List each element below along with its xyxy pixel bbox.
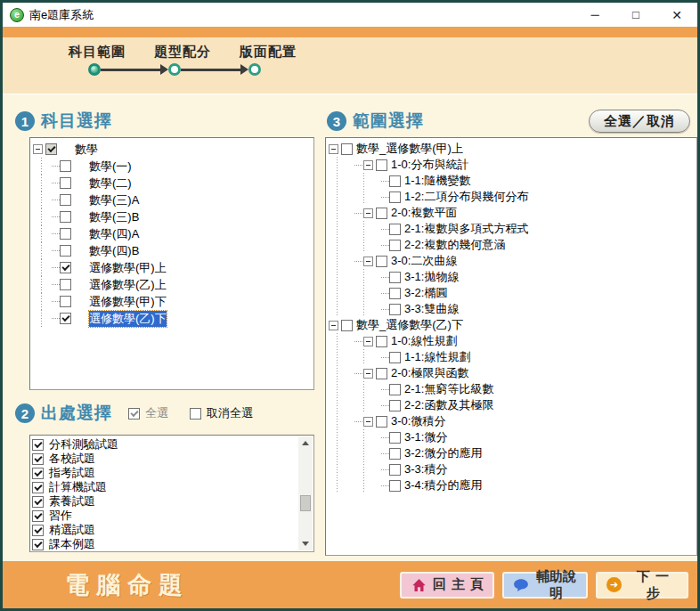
list-item[interactable]: 指考試題	[32, 466, 313, 480]
list-item-label[interactable]: 課本例題	[49, 536, 95, 552]
tree-checkbox[interactable]	[60, 296, 71, 307]
next-step-button[interactable]: ➜ 下一步	[596, 572, 688, 599]
tree-label[interactable]: 選修數學(乙)上	[89, 277, 167, 293]
tree-label[interactable]: 選修數學(甲)上	[89, 260, 167, 276]
select-all-toggle-button[interactable]: 全選／取消	[589, 110, 690, 133]
tree-label[interactable]: 3-3:積分	[404, 461, 447, 477]
tree-checkbox[interactable]	[389, 464, 401, 476]
list-item[interactable]: 素養試題	[32, 494, 313, 509]
tree-label[interactable]: 3-3:雙曲線	[404, 301, 459, 317]
tree-checkbox[interactable]	[32, 496, 44, 508]
tree-row[interactable]: 數學	[32, 141, 312, 158]
tree-row[interactable]: 選修數學(乙)上	[32, 276, 312, 293]
tree-row[interactable]: 1-0:線性規劃	[328, 333, 695, 349]
tree-checkbox[interactable]	[32, 525, 44, 536]
tree-row[interactable]: 數學_選修數學(甲)上	[328, 141, 695, 157]
tree-label[interactable]: 3-2:橢圓	[404, 285, 447, 301]
collapse-icon[interactable]	[33, 144, 43, 154]
collapse-icon[interactable]	[329, 144, 338, 154]
tree-row[interactable]: 1-0:分布與統計	[328, 157, 695, 173]
scrollbar-thumb[interactable]	[300, 495, 311, 511]
tree-checkbox[interactable]	[389, 448, 401, 460]
tree-checkbox[interactable]	[60, 211, 71, 223]
tree-label[interactable]: 選修數學(甲)下	[89, 294, 167, 310]
tree-checkbox[interactable]	[45, 143, 57, 155]
tree-row[interactable]: 2-1:複數與多項式方程式	[328, 221, 695, 237]
tree-checkbox[interactable]	[60, 279, 71, 290]
tree-row[interactable]: 2-1:無窮等比級數	[328, 381, 695, 397]
tree-checkbox[interactable]	[60, 177, 71, 189]
tree-checkbox[interactable]	[341, 143, 353, 155]
tree-checkbox[interactable]	[32, 453, 44, 465]
tree-label[interactable]: 數學(四)B	[89, 243, 139, 259]
scrollbar-track[interactable]	[298, 450, 313, 537]
tree-label[interactable]: 2-0:極限與函數	[391, 365, 468, 381]
tree-label[interactable]: 數學(一)	[89, 159, 132, 175]
tree-row[interactable]: 2-2:複數的幾何意涵	[328, 237, 695, 253]
tree-label[interactable]: 數學(三)A	[89, 192, 139, 208]
tree-label[interactable]: 數學_選修數學(乙)下	[356, 317, 463, 333]
tree-label[interactable]: 3-0:微積分	[391, 413, 445, 429]
tree-checkbox[interactable]	[376, 208, 387, 219]
help-button[interactable]: 輔助說明	[502, 572, 588, 599]
list-item[interactable]: 習作	[32, 509, 313, 523]
tree-checkbox[interactable]	[389, 384, 401, 395]
list-item[interactable]: 各校試題	[32, 452, 313, 466]
tree-checkbox[interactable]	[389, 480, 401, 492]
tree-checkbox[interactable]	[389, 224, 401, 235]
tree-row[interactable]: 1-2:二項分布與幾何分布	[328, 189, 695, 205]
tree-checkbox[interactable]	[32, 539, 44, 550]
tree-label[interactable]: 數學(二)	[89, 175, 132, 191]
list-item[interactable]: 課本例題	[32, 537, 313, 551]
list-item[interactable]: 精選試題	[32, 523, 313, 537]
tree-label[interactable]: 2-1:複數與多項式方程式	[404, 221, 528, 237]
tree-row[interactable]: 2-0:複數平面	[328, 205, 695, 221]
tree-row[interactable]: 3-3:積分	[328, 461, 695, 477]
tree-label[interactable]: 2-2:複數的幾何意涵	[404, 237, 505, 253]
list-item[interactable]	[32, 551, 313, 552]
tree-checkbox[interactable]	[32, 510, 44, 522]
tree-row[interactable]: 數學(四)B	[32, 242, 312, 259]
tree-checkbox[interactable]	[389, 352, 401, 363]
tree-checkbox[interactable]	[376, 336, 387, 347]
tree-checkbox[interactable]	[389, 304, 401, 315]
tree-checkbox[interactable]	[60, 245, 71, 257]
tree-row[interactable]: 3-0:微積分	[328, 413, 695, 429]
tree-label[interactable]: 3-2:微分的應用	[404, 445, 482, 461]
tree-row[interactable]: 數學(三)B	[32, 208, 312, 225]
tree-checkbox[interactable]	[60, 313, 71, 324]
tree-checkbox[interactable]	[389, 432, 401, 444]
tree-label[interactable]: 1-1:隨機變數	[404, 173, 470, 189]
minimize-button[interactable]: ─	[574, 3, 615, 27]
tree-checkbox[interactable]	[389, 272, 401, 283]
tree-checkbox[interactable]	[376, 159, 387, 171]
list-item[interactable]: 計算機試題	[32, 480, 313, 494]
tree-label[interactable]: 3-0:二次曲線	[391, 253, 457, 269]
tree-row[interactable]: 3-0:二次曲線	[328, 253, 695, 269]
tree-checkbox[interactable]	[60, 262, 71, 273]
deselect-all-checkbox[interactable]	[190, 408, 201, 420]
scrollbar[interactable]	[298, 436, 313, 550]
tree-row[interactable]: 數學_選修數學(乙)下	[328, 317, 695, 333]
tree-checkbox[interactable]	[32, 482, 44, 493]
close-button[interactable]: ✕	[656, 3, 697, 27]
tree-checkbox[interactable]	[389, 400, 401, 411]
tree-row[interactable]: 1-1:線性規劃	[328, 349, 695, 365]
collapse-icon[interactable]	[363, 337, 373, 346]
tree-label[interactable]: 數學(三)B	[89, 209, 139, 225]
tree-label[interactable]: 3-1:微分	[404, 429, 447, 445]
tree-row[interactable]: 選修數學(甲)下	[32, 293, 312, 310]
tree-label[interactable]: 1-0:線性規劃	[391, 333, 457, 349]
select-all-checkbox[interactable]	[128, 408, 140, 420]
home-button[interactable]: 回主頁	[400, 572, 494, 599]
tree-row[interactable]: 2-2:函數及其極限	[328, 397, 695, 413]
collapse-icon[interactable]	[363, 417, 373, 427]
tree-checkbox[interactable]	[32, 468, 44, 479]
tree-checkbox[interactable]	[389, 240, 401, 251]
tree-row[interactable]: 3-3:雙曲線	[328, 301, 695, 317]
tree-row[interactable]: 3-2:橢圓	[328, 285, 695, 301]
tree-row[interactable]: 3-4:積分的應用	[328, 477, 695, 493]
collapse-icon[interactable]	[363, 160, 373, 170]
collapse-icon[interactable]	[329, 321, 338, 330]
tree-label[interactable]: 數學	[75, 142, 98, 158]
